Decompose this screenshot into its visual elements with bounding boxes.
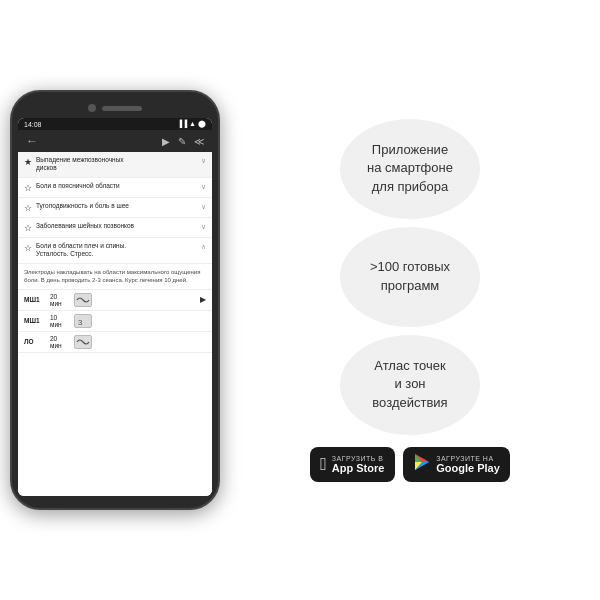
program-label: ЛО [24, 338, 46, 345]
program-row[interactable]: МШ1 10 мин 3 [18, 311, 212, 332]
program-icon [74, 335, 92, 349]
program-time: 20 мин [50, 293, 70, 307]
menu-item-text: Тугоподвижность и боль в шее [36, 202, 197, 210]
main-container: 14:08 ▐▐ ▲ ⬤ ← ▶ ✎ ≪ ★ [0, 0, 600, 600]
list-item[interactable]: ☆ Заболевания шейных позвонков ∨ [18, 218, 212, 238]
edit-icon[interactable]: ✎ [178, 136, 186, 147]
google-play-icon [413, 453, 431, 476]
feature-text-1: Приложение на смартфоне для прибора [367, 141, 453, 196]
phone-camera [88, 104, 96, 112]
nav-icons: ▶ ✎ ≪ [162, 136, 204, 147]
star-empty-icon: ☆ [24, 203, 32, 213]
store-buttons:  Загрузить в App Store [310, 447, 510, 482]
list-item[interactable]: ☆ Тугоподвижность и боль в шее ∨ [18, 198, 212, 218]
nav-bar: ← ▶ ✎ ≪ [18, 130, 212, 152]
star-empty-icon: ☆ [24, 243, 32, 253]
star-empty-icon: ☆ [24, 223, 32, 233]
program-label: МШ1 [24, 296, 46, 303]
phone-top-bar [18, 104, 212, 112]
chevron-up-icon: ∧ [201, 243, 206, 251]
phone-body: 14:08 ▐▐ ▲ ⬤ ← ▶ ✎ ≪ ★ [10, 90, 220, 510]
chevron-down-icon: ∨ [201, 223, 206, 231]
right-panel: Приложение на смартфоне для прибора >100… [230, 119, 590, 482]
menu-item-text: Выпадение межпозвоночныхдисков [36, 156, 197, 173]
play-button[interactable]: ▶ [200, 295, 206, 304]
feature-text-2: >100 готовых программ [370, 258, 450, 294]
back-icon[interactable]: ← [26, 134, 38, 148]
svg-text:3: 3 [78, 318, 83, 326]
apple-icon:  [320, 454, 327, 475]
program-time: 20 мин [50, 335, 70, 349]
menu-item-text: Боли в области плеч и спины.Усталость. С… [36, 242, 197, 259]
app-store-label: App Store [332, 462, 385, 474]
menu-item-text: Заболевания шейных позвонков [36, 222, 197, 230]
program-icon: 3 [74, 314, 92, 328]
status-icons: ▐▐ ▲ ⬤ [177, 120, 206, 128]
program-time: 10 мин [50, 314, 70, 328]
program-row[interactable]: МШ1 20 мин ▶ [18, 290, 212, 311]
feature-circle-2: >100 готовых программ [340, 227, 480, 327]
google-play-text: ЗАГРУЗИТЕ НА Google Play [436, 455, 500, 474]
screen-content: ★ Выпадение межпозвоночныхдисков ∨ ☆ Бол… [18, 152, 212, 496]
feature-text-3: Атлас точек и зон воздействия [372, 357, 447, 412]
play-icon[interactable]: ▶ [162, 136, 170, 147]
status-time: 14:08 [24, 121, 42, 128]
star-empty-icon: ☆ [24, 183, 32, 193]
star-filled-icon: ★ [24, 157, 32, 167]
list-item[interactable]: ★ Выпадение межпозвоночныхдисков ∨ [18, 152, 212, 178]
program-label: МШ1 [24, 317, 46, 324]
app-store-sub: Загрузить в [332, 455, 385, 462]
chevron-down-icon: ∨ [201, 203, 206, 211]
google-play-button[interactable]: ЗАГРУЗИТЕ НА Google Play [403, 447, 510, 482]
app-store-text: Загрузить в App Store [332, 455, 385, 474]
google-play-label: Google Play [436, 462, 500, 474]
chevron-down-icon: ∨ [201, 183, 206, 191]
share-icon[interactable]: ≪ [194, 136, 204, 147]
list-item[interactable]: ☆ Боли в поясничной области ∨ [18, 178, 212, 198]
description-block: Электроды накладывать на области максима… [18, 264, 212, 290]
status-bar: 14:08 ▐▐ ▲ ⬤ [18, 118, 212, 130]
menu-item-text: Боли в поясничной области [36, 182, 197, 190]
app-store-button[interactable]:  Загрузить в App Store [310, 447, 395, 482]
phone-screen: 14:08 ▐▐ ▲ ⬤ ← ▶ ✎ ≪ ★ [18, 118, 212, 496]
list-item[interactable]: ☆ Боли в области плеч и спины.Усталость.… [18, 238, 212, 264]
chevron-down-icon: ∨ [201, 157, 206, 165]
phone-speaker [102, 106, 142, 111]
feature-circle-1: Приложение на смартфоне для прибора [340, 119, 480, 219]
feature-circle-3: Атлас точек и зон воздействия [340, 335, 480, 435]
program-row[interactable]: ЛО 20 мин [18, 332, 212, 353]
phone-mockup: 14:08 ▐▐ ▲ ⬤ ← ▶ ✎ ≪ ★ [10, 90, 220, 510]
google-play-sub: ЗАГРУЗИТЕ НА [436, 455, 500, 462]
program-icon [74, 293, 92, 307]
